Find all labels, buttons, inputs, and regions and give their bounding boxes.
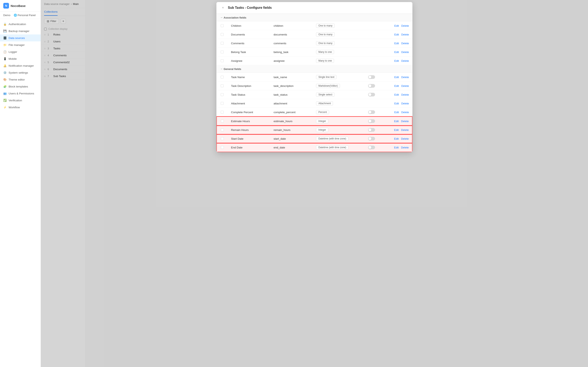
edit-button[interactable]: Edit <box>394 33 399 36</box>
sidebar-item-verification[interactable]: ✅ Verification <box>0 97 41 104</box>
edit-button[interactable]: Edit <box>394 59 399 62</box>
edit-button[interactable]: Edit <box>394 137 398 140</box>
sidebar-item-block-templates[interactable]: 🧩 Block templates <box>0 83 41 90</box>
edit-button[interactable]: Edit <box>394 93 399 96</box>
table-row: Belong Task belong_task Many to one Edit… <box>217 48 412 57</box>
nav-icon-theme-editor: 🎨 <box>3 78 7 81</box>
required-toggle[interactable] <box>368 75 375 79</box>
sidebar-item-authentication[interactable]: 🔒 Authentication <box>0 21 41 27</box>
sidebar-item-data-sources[interactable]: 🗄️ Data sources <box>0 34 41 42</box>
row-checkbox[interactable] <box>221 120 224 123</box>
edit-button[interactable]: Edit <box>394 146 398 149</box>
edit-button[interactable]: Edit <box>394 84 399 87</box>
row-checkbox[interactable] <box>221 42 224 45</box>
edit-button[interactable]: Edit <box>394 102 399 105</box>
required-toggle[interactable] <box>368 146 375 149</box>
row-checkbox[interactable] <box>221 76 224 78</box>
field-display-name: Task Status <box>228 90 270 99</box>
delete-button[interactable]: Delete <box>401 42 409 45</box>
edit-button[interactable]: Edit <box>394 24 399 27</box>
field-type-cell: Integer <box>313 117 365 125</box>
edit-button[interactable]: Edit <box>394 120 398 123</box>
delete-button[interactable]: Delete <box>401 59 409 62</box>
delete-button[interactable]: Delete <box>401 50 409 54</box>
field-key: children <box>270 21 313 30</box>
field-type-cell: One to many <box>313 39 365 48</box>
row-checkbox[interactable] <box>221 146 224 149</box>
row-checkbox[interactable] <box>221 102 224 105</box>
sidebar-item-mobile[interactable]: 📱 Mobile <box>0 55 41 62</box>
sidebar-item-workflow[interactable]: ⚡ Workflow <box>0 104 41 111</box>
delete-button[interactable]: Delete <box>401 146 409 149</box>
nav-icon-workflow: ⚡ <box>3 106 7 109</box>
row-checkbox[interactable] <box>221 84 224 87</box>
row-checkbox[interactable] <box>221 93 224 96</box>
delete-button[interactable]: Delete <box>401 102 409 105</box>
delete-button[interactable]: Delete <box>401 111 409 114</box>
delete-button[interactable]: Delete <box>401 93 409 96</box>
sidebar-item-theme-editor[interactable]: 🎨 Theme editor <box>0 76 41 83</box>
sidebar-item-users-permissions[interactable]: 👥 Users & Permissions <box>0 90 41 97</box>
action-cell: Edit Delete <box>384 134 412 143</box>
type-badge: One to many <box>316 24 335 28</box>
app-logo[interactable]: N NocoBase <box>0 0 41 12</box>
delete-button[interactable]: Delete <box>401 24 409 27</box>
row-checkbox[interactable] <box>221 128 224 131</box>
table-row: Assignee assignee Many to one Edit Delet… <box>217 57 412 65</box>
edit-button[interactable]: Edit <box>394 111 399 114</box>
field-type-cell: One to many <box>313 21 365 30</box>
row-checkbox[interactable] <box>221 50 224 53</box>
delete-button[interactable]: Delete <box>401 120 409 123</box>
edit-button[interactable]: Edit <box>394 128 398 132</box>
required-cell <box>365 125 384 134</box>
required-toggle[interactable] <box>368 128 375 132</box>
delete-button[interactable]: Delete <box>401 84 409 87</box>
sidebar-item-backup-manager[interactable]: 💾 Backup manager <box>0 27 41 34</box>
field-key: start_date <box>270 134 313 143</box>
table-row: Task Name task_name Single line text Edi… <box>217 73 412 82</box>
required-cell <box>365 90 384 99</box>
field-display-name: Comments <box>228 39 270 48</box>
sidebar-item-logger[interactable]: 📋 Logger <box>0 48 41 55</box>
field-display-name: Assignee <box>228 57 270 65</box>
nav-icon-data-sources: 🗄️ <box>3 36 7 40</box>
delete-button[interactable]: Delete <box>401 76 409 79</box>
delete-button[interactable]: Delete <box>401 137 409 140</box>
action-cell: Edit Delete <box>384 21 412 30</box>
field-key: remain_hours <box>270 125 313 134</box>
type-badge: Attachment <box>316 101 333 105</box>
sidebar-item-notification-manager[interactable]: 🔔 Notification manager <box>0 62 41 69</box>
required-toggle[interactable] <box>368 84 375 88</box>
required-toggle[interactable] <box>368 137 375 141</box>
type-badge: Integer <box>316 128 328 132</box>
close-icon[interactable]: × <box>221 5 225 10</box>
type-badge: Markdown(Vditor) <box>316 84 340 88</box>
row-checkbox[interactable] <box>221 111 224 114</box>
table-row: Estimate Hours estimate_hours Integer Ed… <box>217 117 412 125</box>
delete-button[interactable]: Delete <box>401 128 409 132</box>
personal-panel-link[interactable]: 🌐 Personal Panel <box>14 12 36 19</box>
demo-link[interactable]: Demo <box>3 12 10 19</box>
modal-header: × Sub Tasks - Configure fields <box>216 2 412 14</box>
row-checkbox[interactable] <box>221 24 224 27</box>
sidebar-item-system-settings[interactable]: ⚙️ System settings <box>0 69 41 76</box>
edit-button[interactable]: Edit <box>394 76 399 79</box>
field-type-cell: One to many <box>313 30 365 39</box>
edit-button[interactable]: Edit <box>394 42 399 45</box>
action-cell: Edit Delete <box>384 82 412 90</box>
row-checkbox[interactable] <box>221 137 224 140</box>
required-toggle[interactable] <box>368 119 375 123</box>
delete-button[interactable]: Delete <box>401 33 409 36</box>
edit-button[interactable]: Edit <box>394 50 399 54</box>
type-badge: Many to one <box>316 50 334 54</box>
field-display-name: Documents <box>228 30 270 39</box>
field-type-cell: Datetime (with time zone) <box>313 143 365 152</box>
required-cell <box>365 82 384 90</box>
required-cell <box>365 117 384 125</box>
sidebar-item-file-manager[interactable]: 📁 File manager <box>0 42 41 48</box>
required-toggle[interactable] <box>368 110 375 114</box>
required-toggle[interactable] <box>368 93 375 96</box>
row-checkbox[interactable] <box>221 33 224 36</box>
required-cell <box>365 143 384 152</box>
row-checkbox[interactable] <box>221 59 224 62</box>
